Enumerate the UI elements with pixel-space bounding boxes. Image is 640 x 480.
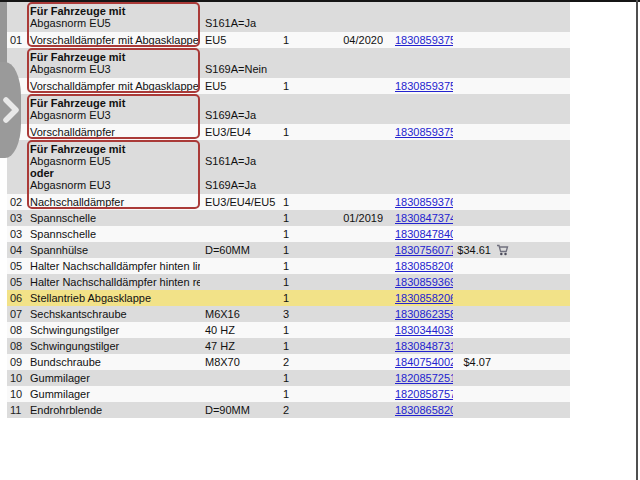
part-spec	[200, 370, 276, 386]
part-name: Halter Nachschalldämpfer hinten rechts	[27, 274, 200, 290]
part-number-link[interactable]: 18308478401	[395, 228, 453, 240]
row-number: 08	[7, 338, 27, 354]
part-number-link[interactable]: 18308582069	[395, 292, 453, 304]
part-row: 10 Gummilager 1 18208572512	[7, 370, 570, 386]
condition-code: S161A=Ja	[205, 155, 400, 167]
part-qty: 2	[276, 402, 302, 418]
part-spec: EU3/EU4/EU5	[200, 194, 276, 210]
part-date: 04/2020	[302, 32, 383, 48]
part-number-link[interactable]: 18208587578	[395, 388, 453, 400]
part-date	[302, 322, 383, 338]
row-number: 01	[7, 32, 27, 48]
part-date	[302, 386, 383, 402]
part-row: Vorschalldämpfer EU3/EU4 1 18308593756	[7, 124, 570, 140]
part-row: 07 Sechskantschraube M6X16 3 18308623584	[7, 306, 570, 322]
part-row: Vorschalldämpfer mit Abgasklappe EU5 1 1…	[7, 78, 570, 94]
part-date	[302, 78, 383, 94]
part-name: Vorschalldämpfer mit Abgasklappe	[27, 78, 200, 94]
part-price	[453, 402, 491, 418]
chevron-right-icon	[2, 92, 20, 128]
condition-row: Für Fahrzeuge mit Abgasnorm EU5 oder Abg…	[7, 140, 570, 194]
condition-code: S161A=Ja	[205, 17, 400, 29]
row-number: 04	[7, 242, 27, 258]
part-row: 04 Spannhülse D=60MM 1 18307560779 $34.6…	[7, 242, 570, 258]
part-row: 09 Bundschraube M8X70 2 18407540023 $4.0…	[7, 354, 570, 370]
window-right-border	[636, 0, 638, 480]
part-price	[453, 274, 491, 290]
part-name: Endrohrblende	[27, 402, 200, 418]
part-number-link[interactable]: 18308582060	[395, 260, 453, 272]
part-number-link[interactable]: 18308487313	[395, 340, 453, 352]
part-date	[302, 274, 383, 290]
part-price: $4.07	[453, 354, 491, 370]
part-qty: 2	[276, 354, 302, 370]
part-qty: 1	[276, 32, 302, 48]
part-date	[302, 194, 383, 210]
condition-group: Für Fahrzeuge mit Abgasnorm EU5 S161A=Ja…	[7, 2, 570, 48]
part-row-highlighted: 06 Stellantrieb Abgasklappe 1 1830858206…	[7, 290, 570, 306]
condition-row: Für Fahrzeuge mit Abgasnorm EU3 S169A=Ne…	[7, 48, 570, 78]
condition-code: S169A=Ja	[205, 109, 400, 121]
part-name: Schwingungstilger	[27, 322, 200, 338]
part-number-link[interactable]: 18307560779	[395, 244, 453, 256]
drawer-handle[interactable]	[0, 62, 21, 158]
row-number: 08	[7, 322, 27, 338]
part-number-link[interactable]: 18308593762	[395, 196, 453, 208]
part-number-link[interactable]: 18308623584	[395, 308, 453, 320]
part-name: Vorschalldämpfer	[27, 124, 200, 140]
condition-text: Für Fahrzeuge mit	[30, 97, 200, 109]
part-date	[302, 370, 383, 386]
part-date	[302, 290, 383, 306]
part-number-link[interactable]: 18208572512	[395, 372, 453, 384]
condition-row: Für Fahrzeuge mit Abgasnorm EU3 S169A=Ja	[7, 94, 570, 124]
part-date	[302, 354, 383, 370]
part-row: 05 Halter Nachschalldämpfer hinten recht…	[7, 274, 570, 290]
condition-code: S169A=Nein	[205, 63, 400, 75]
part-spec: M8X70	[200, 354, 276, 370]
part-number-link[interactable]: 18303440384	[395, 324, 453, 336]
part-spec: EU5	[200, 32, 276, 48]
part-row: 08 Schwingungstilger 47 HZ 1 18308487313	[7, 338, 570, 354]
part-name: Spannschelle	[27, 226, 200, 242]
row-number: 03	[7, 210, 27, 226]
part-price	[453, 78, 491, 94]
part-number-link[interactable]: 18407540023	[395, 356, 453, 368]
part-number-link[interactable]: 18308593696	[395, 276, 453, 288]
part-qty: 1	[276, 242, 302, 258]
part-spec	[200, 210, 276, 226]
part-price	[453, 194, 491, 210]
part-qty: 1	[276, 258, 302, 274]
part-date	[302, 242, 383, 258]
part-price	[453, 322, 491, 338]
part-price	[453, 338, 491, 354]
part-spec	[200, 290, 276, 306]
part-number-link[interactable]: 18308658209	[395, 404, 453, 416]
part-number-link[interactable]: 18308473749	[395, 212, 453, 224]
part-date	[302, 402, 383, 418]
part-qty: 1	[276, 322, 302, 338]
condition-group: Für Fahrzeuge mit Abgasnorm EU3 S169A=Ja…	[7, 94, 570, 140]
part-price	[453, 124, 491, 140]
part-spec: EU5	[200, 78, 276, 94]
part-qty: 3	[276, 306, 302, 322]
part-qty: 1	[276, 210, 302, 226]
condition-code: S169A=Ja	[205, 179, 400, 191]
part-price	[453, 370, 491, 386]
part-spec: 47 HZ	[200, 338, 276, 354]
part-date: 01/2019	[302, 210, 383, 226]
part-number-link[interactable]: 18308593757	[395, 80, 453, 92]
part-spec: D=90MM	[200, 402, 276, 418]
part-name: Gummilager	[27, 386, 200, 402]
cart-icon[interactable]	[496, 244, 509, 256]
part-row: 10 Gummilager 1 18208587578	[7, 386, 570, 402]
part-name: Schwingungstilger	[27, 338, 200, 354]
part-qty: 1	[276, 290, 302, 306]
part-spec: EU3/EU4	[200, 124, 276, 140]
part-price	[453, 258, 491, 274]
part-price	[453, 32, 491, 48]
part-spec	[200, 386, 276, 402]
part-number-link[interactable]: 18308593756	[395, 126, 453, 138]
part-number-link[interactable]: 18308593757	[395, 34, 453, 46]
parts-table: Für Fahrzeuge mit Abgasnorm EU5 S161A=Ja…	[7, 2, 570, 418]
condition-text: Abgasnorm EU5	[30, 155, 200, 167]
